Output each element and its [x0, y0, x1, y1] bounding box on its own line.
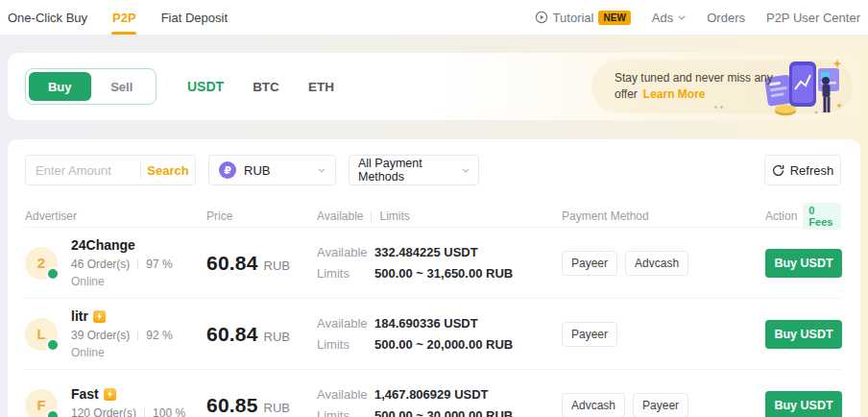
zero-fees-badge: 0 Fees	[803, 203, 841, 230]
available-label: Available	[317, 242, 374, 263]
avatar-initial: 2	[37, 255, 45, 271]
nav-tab-one-click-buy[interactable]: One-Click Buy	[8, 0, 87, 35]
available-limits-cell: Available 1,467.806929 USDT Limits 500.0…	[317, 384, 562, 417]
coin-tab-btc[interactable]: BTC	[253, 80, 279, 94]
price-value: 60.84	[206, 323, 258, 346]
order-count: 39 Order(s)	[71, 329, 130, 342]
fiat-currency-select[interactable]: ₽ RUB	[208, 155, 336, 185]
completion-rate: 100 %	[153, 406, 185, 417]
header-advertiser: Advertiser	[25, 209, 206, 223]
amount-search-group: Search	[25, 155, 196, 185]
promo-banner-text: Stay tuned and never miss any offerLearn…	[615, 70, 773, 103]
available-limits-cell: Available 184.690336 USDT Limits 500.00 …	[317, 313, 562, 356]
payment-chip[interactable]: Advcash	[562, 393, 625, 417]
online-status-label: Online	[71, 346, 173, 359]
payment-chip[interactable]: Payeer	[562, 251, 617, 276]
promo-line2: offer	[615, 87, 638, 101]
price-value: 60.85	[206, 394, 258, 417]
payment-chip[interactable]: Advcash	[625, 251, 688, 276]
ads-menu[interactable]: Ads	[652, 11, 686, 25]
advertiser-name[interactable]: litr	[71, 308, 173, 324]
header-divider	[371, 211, 372, 222]
filter-row: Search ₽ RUB All Payment Methods Refresh	[25, 155, 841, 185]
meta-divider	[144, 408, 145, 417]
header-price: Price	[206, 209, 317, 223]
price-cell: 60.85 RUB	[206, 394, 317, 417]
header-available: Available	[317, 209, 363, 223]
amount-input[interactable]	[26, 163, 140, 178]
table-row: L litr 39 Order(s) 92 % Online 60.	[25, 298, 841, 369]
header-payment-method: Payment Method	[562, 209, 765, 223]
search-button[interactable]: Search	[141, 163, 195, 178]
completion-rate: 97 %	[146, 258, 172, 271]
action-cell: Buy USDT	[765, 320, 842, 349]
orders-link[interactable]: Orders	[707, 11, 745, 25]
advertiser-info: litr 39 Order(s) 92 % Online	[71, 308, 173, 359]
limits-value: 500.00 ~ 30,000.00 RUB	[374, 405, 513, 417]
limits-label: Limits	[317, 263, 374, 284]
price-value: 60.84	[206, 252, 258, 275]
payment-chip[interactable]: Payeer	[633, 393, 688, 417]
refresh-label: Refresh	[790, 163, 834, 178]
price-currency: RUB	[264, 258, 290, 273]
sell-toggle-button[interactable]: Sell	[91, 72, 154, 101]
nav-tab-p2p[interactable]: P2P	[112, 0, 136, 35]
avatar-initial: F	[36, 397, 45, 413]
refresh-button[interactable]: Refresh	[764, 155, 841, 185]
coin-tab-eth[interactable]: ETH	[308, 80, 334, 94]
coin-tab-usdt[interactable]: USDT	[187, 79, 224, 94]
p2p-user-center-link[interactable]: P2P User Center	[766, 11, 860, 25]
limits-label: Limits	[317, 405, 374, 417]
payment-methods-cell: Payeer Advcash	[562, 251, 765, 276]
limits-value: 500.00 ~ 31,650.00 RUB	[374, 263, 513, 284]
header-available-limits: Available Limits	[317, 209, 562, 223]
advertiser-name-text: Fast	[71, 386, 99, 402]
available-value: 1,467.806929 USDT	[374, 384, 489, 405]
buy-usdt-button[interactable]: Buy USDT	[765, 391, 842, 417]
available-label: Available	[317, 313, 374, 334]
advertiser-info: Fast 120 Order(s) 100 %	[71, 386, 185, 417]
header-action: Action 0 Fees	[765, 203, 841, 230]
online-status-dot	[46, 338, 60, 352]
action-cell: Buy USDT	[765, 391, 842, 417]
buy-toggle-button[interactable]: Buy	[29, 72, 91, 101]
completion-rate: 92 %	[146, 329, 172, 342]
payment-chip[interactable]: Payeer	[562, 322, 617, 347]
header-limits: Limits	[379, 209, 409, 223]
available-limits-cell: Available 332.484225 USDT Limits 500.00 …	[317, 242, 562, 284]
order-count: 120 Order(s)	[71, 406, 136, 417]
market-toolbar-card: Buy Sell USDT BTC ETH Stay tuned and nev…	[8, 53, 860, 120]
buy-usdt-button[interactable]: Buy USDT	[765, 249, 842, 278]
online-status-label: Online	[71, 275, 173, 288]
learn-more-link[interactable]: Learn More	[643, 87, 706, 101]
advertiser-meta: 46 Order(s) 97 %	[71, 258, 173, 271]
fiat-label: RUB	[244, 163, 270, 178]
available-value: 184.690336 USDT	[374, 313, 478, 334]
ads-label: Ads	[652, 11, 673, 25]
price-cell: 60.84 RUB	[206, 252, 317, 275]
buy-sell-toggle: Buy Sell	[25, 68, 157, 105]
price-currency: RUB	[264, 401, 290, 415]
payment-method-select[interactable]: All Payment Methods	[349, 155, 479, 185]
banner-carousel-dots[interactable]	[714, 106, 723, 109]
carousel-dot	[720, 106, 723, 109]
action-cell: Buy USDT	[765, 249, 842, 278]
nav-tab-fiat-deposit[interactable]: Fiat Deposit	[161, 0, 228, 35]
buy-usdt-button[interactable]: Buy USDT	[765, 320, 842, 349]
tutorial-link[interactable]: Tutorial NEW	[535, 11, 631, 25]
table-header: Advertiser Price Available Limits Paymen…	[25, 206, 841, 227]
meta-divider	[137, 331, 138, 340]
orders-label: Orders	[707, 11, 745, 25]
payment-methods-cell: Advcash Payeer	[562, 393, 765, 417]
carousel-dot	[714, 106, 717, 109]
advertiser-name[interactable]: 24Change	[71, 237, 173, 253]
refresh-icon	[772, 164, 784, 177]
advertiser-cell: 2 24Change 46 Order(s) 97 % Online	[25, 237, 206, 288]
payment-filter-label: All Payment Methods	[358, 157, 462, 184]
price-cell: 60.84 RUB	[206, 323, 317, 346]
avatar: L	[25, 318, 58, 351]
advertiser-name[interactable]: Fast	[71, 386, 185, 402]
new-badge: NEW	[598, 11, 630, 25]
advertiser-name-text: 24Change	[71, 237, 135, 253]
online-status-dot	[46, 409, 60, 417]
